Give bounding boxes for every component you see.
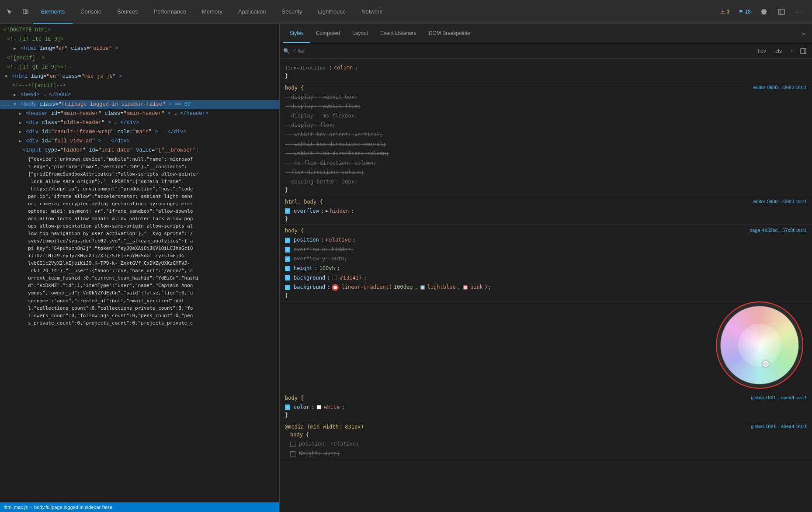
more-icon[interactable]: ··· bbox=[791, 4, 807, 20]
css-prop-overflow-y: overflow-y: auto; bbox=[285, 254, 807, 264]
rule-source-body1[interactable]: editor-0980…c96f3.css:1 bbox=[753, 85, 807, 90]
warning-icon: ⚠ bbox=[720, 9, 725, 15]
color-wheel-disc[interactable] bbox=[720, 306, 799, 384]
tree-line-input[interactable]: <input type="hidden" id="init-data" valu… bbox=[0, 146, 279, 155]
dock-icon[interactable] bbox=[774, 4, 789, 20]
color-checkbox[interactable] bbox=[285, 405, 290, 410]
sub-tab-dom-breakpoints[interactable]: DOM Breakpoints bbox=[423, 24, 476, 43]
long-value-text: {"device":"unknown_device","mobile":null… bbox=[0, 156, 279, 327]
css-prop-color: color : white ; bbox=[285, 403, 807, 412]
style-rule-flex: flex-direction : column ; } bbox=[280, 61, 812, 82]
color-wheel-center bbox=[738, 324, 781, 367]
position-checkbox[interactable] bbox=[285, 238, 290, 243]
css-prop-overflow-hidden: overflow : ▶ hidden ; bbox=[285, 207, 807, 216]
tree-line-body[interactable]: ... ▼ <body class="fullpage logged-in si… bbox=[0, 100, 279, 109]
css-prop-webkit-box-orient: -webkit-box-orient: vertical; bbox=[285, 130, 807, 140]
bg-gradient-checkbox[interactable] bbox=[285, 285, 290, 290]
tree-line-ie9gt[interactable]: <!--[if gt IE 9]><!-- bbox=[0, 63, 279, 72]
tree-line-endif1[interactable]: <![endif]--> bbox=[0, 54, 279, 63]
overflow-y-checkbox[interactable] bbox=[285, 256, 290, 262]
tree-line-full-view-ad[interactable]: ▶ <div id="full-view-ad" > … </div> bbox=[0, 137, 279, 146]
css-prop-display-flex: display: flex; bbox=[285, 121, 807, 130]
tab-network[interactable]: Network bbox=[354, 0, 390, 24]
tree-line-html-main[interactable]: ▼ <html lang="en" class="mac js js" > bbox=[0, 72, 279, 81]
css-prop-display-webkit-flex: display: -webkit-flex; bbox=[285, 102, 807, 111]
sub-tab-styles[interactable]: Styles bbox=[283, 24, 310, 43]
cls-toggle[interactable]: .cls bbox=[771, 47, 784, 55]
tab-application[interactable]: Application bbox=[230, 0, 274, 24]
color-picker-container bbox=[280, 301, 812, 389]
style-rule-body-3: global-1891…abea4.css:1 body { color : w… bbox=[280, 392, 812, 422]
elements-tree[interactable]: <!DOCTYPE html> <!--[if lte IE 9]> ▶ <ht… bbox=[0, 24, 279, 502]
tab-elements[interactable]: Elements bbox=[33, 0, 73, 24]
bg-color-checkbox[interactable] bbox=[285, 275, 290, 280]
tab-lighthouse[interactable]: Lighthouse bbox=[310, 0, 354, 24]
device-icon[interactable] bbox=[17, 4, 33, 20]
css-prop-height: height : 100vh ; bbox=[285, 264, 807, 273]
tab-security[interactable]: Security bbox=[274, 0, 310, 24]
media-position-checkbox[interactable] bbox=[290, 442, 295, 447]
filter-bar: 🔍 :hov .cls + bbox=[280, 43, 812, 59]
breadcrumb-bar: html.mac.js > body.fullpage.logged-in.si… bbox=[0, 502, 279, 512]
rule-source-html-body[interactable]: editor-0980…c96f3.css:1 bbox=[753, 199, 807, 204]
white-swatch[interactable] bbox=[317, 405, 321, 409]
media-height-checkbox[interactable] bbox=[290, 451, 295, 457]
tree-line-html-oldie[interactable]: ▶ <html lang="en" class="oldie" > bbox=[0, 44, 279, 53]
media-sub-selector: body { position: relative; height: auto; bbox=[290, 432, 807, 458]
tree-line-oldie-div[interactable]: ▶ <div class="oldie-header" > … </div> bbox=[0, 118, 279, 128]
overflow-x-checkbox[interactable] bbox=[285, 247, 290, 253]
css-prop-background-color: background : #131417 ; bbox=[285, 273, 807, 283]
sub-tab-overflow[interactable]: » bbox=[798, 29, 809, 38]
warnings-count: 3 bbox=[727, 9, 730, 15]
info-badge[interactable]: ⚑ 18 bbox=[735, 7, 754, 17]
add-style-btn[interactable]: + bbox=[787, 47, 795, 55]
settings-icon[interactable] bbox=[756, 4, 772, 20]
tree-line-result-iframe[interactable]: ▶ <div id="result-iframe-wrap" role="mai… bbox=[0, 128, 279, 137]
pink-swatch[interactable] bbox=[463, 285, 468, 290]
rule-source-media[interactable]: global-1891…abea4.css:1 bbox=[751, 424, 807, 429]
filter-input[interactable] bbox=[293, 48, 750, 54]
styles-content: flex-direction : column ; } editor-0980…… bbox=[280, 59, 812, 512]
tree-line-endif2[interactable]: <!---<![endif]--> bbox=[0, 81, 279, 90]
bg-swatch[interactable] bbox=[333, 276, 337, 280]
css-prop-overflow-x: overflow-x: hidden; bbox=[285, 245, 807, 255]
tree-line-header[interactable]: ▶ <header id="main-header" class="main-h… bbox=[0, 109, 279, 118]
css-prop-background-gradient: background : linear-gradient( 100deg , l… bbox=[285, 283, 807, 292]
overflow-circle[interactable] bbox=[332, 284, 339, 291]
tree-line-ie9[interactable]: <!--[if lte IE 9]> bbox=[0, 35, 279, 44]
hov-toggle[interactable]: :hov bbox=[753, 47, 769, 55]
warnings-badge[interactable]: ⚠ 3 bbox=[717, 7, 733, 17]
breadcrumb-html[interactable]: html.mac.js bbox=[3, 505, 28, 510]
triangle-icon[interactable]: ▶ bbox=[326, 207, 328, 215]
css-prop-position: position : relative ; bbox=[285, 235, 807, 245]
tab-performance[interactable]: Performance bbox=[146, 0, 194, 24]
style-rule-media: global-1891…abea4.css:1 @media (min-widt… bbox=[280, 421, 812, 461]
sub-tab-layout[interactable]: Layout bbox=[346, 24, 374, 43]
tree-line-doctype[interactable]: <!DOCTYPE html> bbox=[0, 26, 279, 35]
sub-tab-computed[interactable]: Computed bbox=[310, 24, 346, 43]
rule-source-body3[interactable]: global-1891…abea4.css:1 bbox=[751, 395, 807, 400]
color-picker-wheel[interactable] bbox=[716, 301, 803, 389]
color-wheel-handle[interactable] bbox=[763, 361, 769, 367]
breadcrumb-body[interactable]: body.fullpage.logged-in.sidebar-false bbox=[34, 505, 112, 510]
style-rule-html-body: editor-0980…c96f3.css:1 html, body { ove… bbox=[280, 196, 812, 225]
tab-sources[interactable]: Sources bbox=[109, 0, 146, 24]
toolbar-right: ⚠ 3 ⚑ 18 ··· bbox=[717, 4, 810, 20]
tab-memory[interactable]: Memory bbox=[194, 0, 230, 24]
css-prop-display-ms-flexbox: display: -ms-flexbox; bbox=[285, 111, 807, 121]
toggle-sidebar-icon[interactable] bbox=[798, 46, 809, 56]
tab-console[interactable]: Console bbox=[73, 0, 109, 24]
lightblue-swatch[interactable] bbox=[420, 285, 425, 290]
cursor-icon[interactable] bbox=[2, 4, 17, 20]
svg-rect-1 bbox=[26, 10, 28, 14]
height-checkbox[interactable] bbox=[285, 266, 290, 271]
style-rule-body-2: page-4b32bc…57c8f.css:1 body { position … bbox=[280, 225, 812, 301]
overflow-checkbox[interactable] bbox=[285, 208, 290, 214]
css-prop-webkit-flex-direction: -webkit-flex-direction: column; bbox=[285, 149, 807, 159]
svg-rect-2 bbox=[778, 9, 784, 14]
tree-line-head[interactable]: ▶ <head> … </head> bbox=[0, 90, 279, 100]
rule-source-body2[interactable]: page-4b32bc…57c8f.css:1 bbox=[750, 228, 807, 233]
css-prop-display-webkit-box: display: -webkit-box; bbox=[285, 93, 807, 102]
sub-tab-event-listeners[interactable]: Event Listeners bbox=[374, 24, 423, 43]
css-prop-padding-bottom: padding-bottom: 30px; bbox=[285, 177, 807, 187]
